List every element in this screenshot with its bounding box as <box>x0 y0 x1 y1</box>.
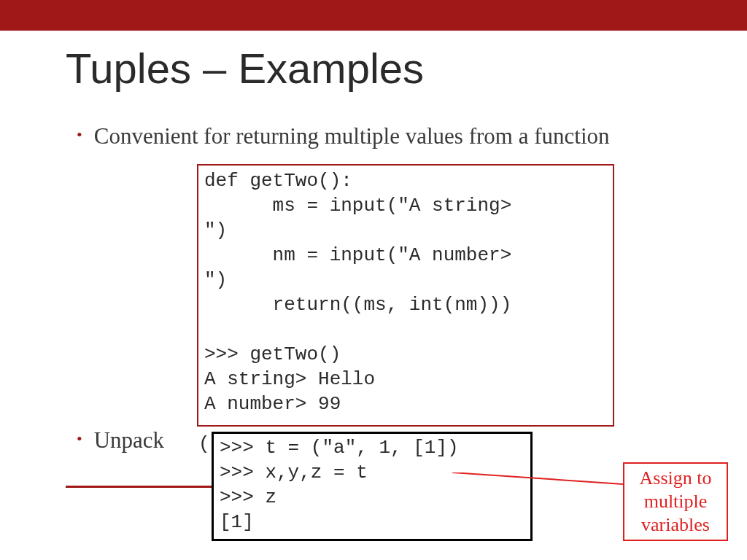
callout-box: Assign to multiple variables <box>623 462 728 541</box>
bullet-text-1: Convenient for returning multiple values… <box>94 120 610 152</box>
callout-line-2: multiple <box>626 490 725 513</box>
bullet-text-2: Unpack <box>94 424 164 456</box>
callout-line-1: Assign to <box>626 467 725 490</box>
bullet-dot-icon: • <box>77 424 82 454</box>
paren-fragment: ( <box>198 433 210 455</box>
bullet-dot-icon: • <box>77 120 82 149</box>
callout-line-3: variables <box>626 513 725 537</box>
code-block-function: def getTwo(): ms = input("A string> ") n… <box>197 164 614 427</box>
code-block-unpack: >>> t = ("a", 1, [1]) >>> x,y,z = t >>> … <box>212 432 533 541</box>
bullet-item-1: • Convenient for returning multiple valu… <box>77 120 689 152</box>
slide-title: Tuples – Examples <box>66 44 424 93</box>
bullet-item-2: • Unpack <box>77 424 164 456</box>
header-bar <box>0 0 747 31</box>
